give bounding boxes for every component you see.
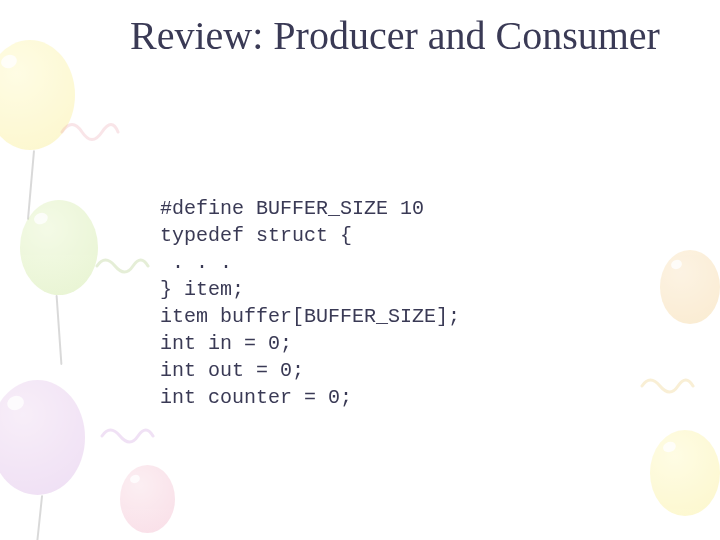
- balloon-decoration: [0, 380, 85, 495]
- code-line: item buffer[BUFFER_SIZE];: [160, 305, 460, 328]
- balloon-string: [35, 495, 43, 540]
- code-line: #define BUFFER_SIZE 10: [160, 197, 424, 220]
- balloon-decoration: [20, 200, 98, 295]
- balloon-decoration: [120, 465, 175, 533]
- balloon-decoration: [660, 250, 720, 324]
- code-line: . . .: [160, 251, 232, 274]
- code-block: #define BUFFER_SIZE 10 typedef struct { …: [160, 168, 460, 438]
- slide: Review: Producer and Consumer #define BU…: [0, 0, 720, 540]
- slide-title: Review: Producer and Consumer: [110, 14, 680, 58]
- code-line: int counter = 0;: [160, 386, 352, 409]
- wave-decoration: [60, 112, 120, 142]
- code-line: int out = 0;: [160, 359, 304, 382]
- wave-decoration: [100, 420, 155, 446]
- balloon-string: [56, 295, 63, 365]
- balloon-decoration: [650, 430, 720, 516]
- code-line: typedef struct {: [160, 224, 352, 247]
- wave-decoration: [95, 250, 150, 276]
- wave-decoration: [640, 370, 695, 396]
- code-line: int in = 0;: [160, 332, 292, 355]
- code-line: } item;: [160, 278, 244, 301]
